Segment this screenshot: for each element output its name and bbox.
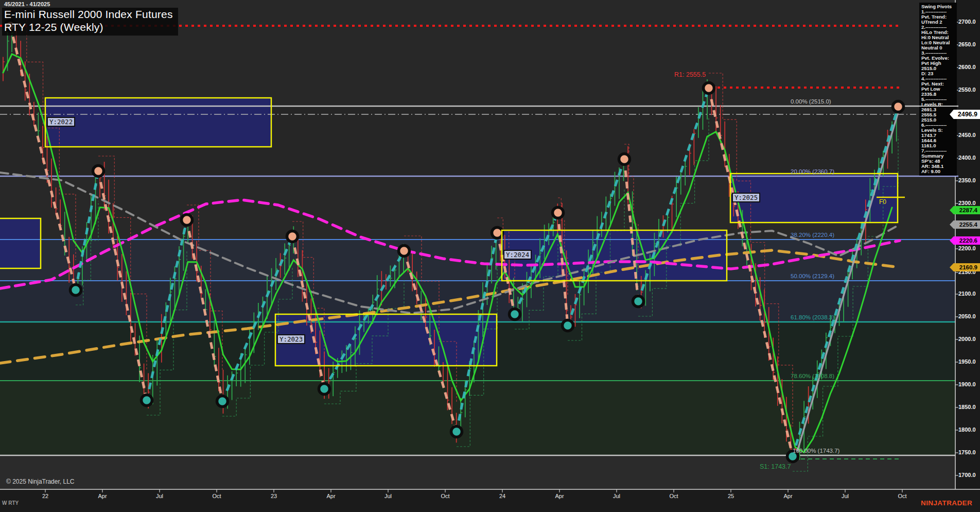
pivot-low-marker[interactable] <box>71 285 81 296</box>
price-axis-tick-label: 2600.0 <box>958 64 976 70</box>
ninjatrader-logo: NINJATRADER <box>921 499 972 507</box>
year-range-box-fill <box>0 218 41 268</box>
year-label-chip[interactable]: Y:2024 <box>503 250 532 260</box>
pivot-high-marker[interactable] <box>399 246 410 257</box>
year-label-chip[interactable]: Y:2022 <box>47 117 75 127</box>
price-axis-tick-label: 1900.0 <box>958 381 976 387</box>
time-axis-label: Apr <box>783 493 792 499</box>
time-axis-label: Jul <box>613 493 620 499</box>
time-axis-label: 23 <box>271 493 277 499</box>
pivot-high-marker[interactable] <box>492 228 503 238</box>
chart-title-box: E-mini Russell 2000 Index Futures RTY 12… <box>2 8 178 36</box>
fib-level-label: 78.60% (1908.8) <box>791 373 834 379</box>
date-range-label: 45/2021 - 41/2025 <box>4 1 50 7</box>
time-axis-label: Oct <box>898 493 906 499</box>
year-label-chip[interactable]: Y:2025 <box>732 193 760 202</box>
price-axis-tick-label: 1800.0 <box>958 426 976 433</box>
price-axis-tick-label: 2350.0 <box>958 177 976 183</box>
price-axis-tick-label: 2000.0 <box>958 336 976 342</box>
time-axis-label: 22 <box>42 493 48 499</box>
price-axis-tick-label: 2100.0 <box>958 291 976 297</box>
swing-pivots-panel: Swing Pivots1.-------------Pvt. Trend:UT… <box>919 3 957 176</box>
pivot-low-marker[interactable] <box>510 309 520 320</box>
pivot-low-marker[interactable] <box>217 396 228 407</box>
copyright-text: © 2025 NinjaTrader, LLC <box>6 478 74 485</box>
ninjatrader-chart-window: 45/2021 - 41/2025 E-mini Russell 2000 In… <box>0 0 980 512</box>
time-axis-label: Jul <box>384 493 392 499</box>
price-marker-2287.4: 2287.4 <box>950 206 980 214</box>
fib-level-label: 20.00% (2360.7) <box>791 168 834 175</box>
price-axis-tick-label: 2400.0 <box>958 155 976 161</box>
time-axis-label: Oct <box>669 493 678 499</box>
fib-20-line-over-panel <box>919 176 957 177</box>
fib-0-line-over-panel <box>919 106 957 107</box>
time-axis-label: Jul <box>156 493 163 499</box>
price-axis-tick-label: 2550.0 <box>958 87 976 93</box>
time-axis-label: Apr <box>326 493 335 499</box>
fib-level-label: 61.80% (2038.3) <box>791 314 834 320</box>
pivot-high-marker[interactable] <box>182 215 192 226</box>
fib-level-label: 100.00% (1743.7) <box>793 448 839 454</box>
pivot-low-marker[interactable] <box>451 426 462 437</box>
r1-label: R1: 2555.5 <box>674 71 706 78</box>
fib-level-label: 50.00% (2129.4) <box>791 273 834 279</box>
time-axis-label: Oct <box>441 493 449 499</box>
price-axis-tick-label: 2700.0 <box>958 19 976 25</box>
pivot-low-marker[interactable] <box>633 296 644 307</box>
f0-label: F0 <box>879 198 886 206</box>
pivot-high-marker[interactable] <box>704 83 714 94</box>
pivot-low-marker[interactable] <box>319 384 330 395</box>
time-axis-label: Jul <box>842 493 849 499</box>
year-label-chip[interactable]: Y:2023 <box>277 334 305 344</box>
time-axis-label: Oct <box>212 493 221 499</box>
pivot-high-marker[interactable] <box>553 208 564 218</box>
pivot-high-marker[interactable] <box>619 154 630 165</box>
price-marker-2160.9: 2160.9 <box>950 263 980 271</box>
price-marker-2220.6: 2220.6 <box>950 236 980 245</box>
fib-level-label: 0.00% (2515.0) <box>791 98 831 105</box>
pivot-low-marker[interactable] <box>563 320 573 331</box>
price-axis-tick-label: 1750.0 <box>958 449 976 455</box>
price-axis-tick-label: 1950.0 <box>958 359 976 365</box>
price-axis-tick-label: 2200.0 <box>958 245 976 251</box>
price-axis-tick-label: 2450.0 <box>958 132 976 138</box>
chart-canvas[interactable] <box>0 0 980 512</box>
s1-label: S1: 1743.7 <box>760 463 791 470</box>
price-zone-band <box>0 381 955 455</box>
price-axis-tick-label: 2050.0 <box>958 313 976 319</box>
time-axis-label: Apr <box>555 493 564 499</box>
instrument-title: E-mini Russell 2000 Index Futures <box>4 8 173 21</box>
fib-level-label: 38.20% (2220.4) <box>791 232 834 238</box>
pivot-high-marker[interactable] <box>893 101 904 112</box>
price-axis-tick-label: 1850.0 <box>958 404 976 410</box>
price-marker-2255.4: 2255.4 <box>950 220 980 229</box>
time-axis-label: 24 <box>499 493 505 499</box>
price-zone-band <box>0 455 955 489</box>
time-axis-label: Apr <box>98 493 107 499</box>
data-series-tag: W RTY <box>2 500 19 506</box>
time-axis-label: 25 <box>728 493 734 499</box>
price-axis-tick-label: 2650.0 <box>958 41 976 47</box>
swing-panel-line: AF: 9.00 <box>921 169 955 174</box>
price-axis-tick-label: 1700.0 <box>958 472 976 478</box>
contract-interval-title: RTY 12-25 (Weekly) <box>4 21 173 34</box>
year-range-box-fill <box>45 98 271 147</box>
price-axis-tick-label: 2300.0 <box>958 200 976 206</box>
price-marker-2496.9: 2496.9 <box>950 110 980 119</box>
pivot-low-marker[interactable] <box>142 395 152 406</box>
pivot-high-marker[interactable] <box>287 231 298 242</box>
pivot-high-marker[interactable] <box>93 166 104 177</box>
